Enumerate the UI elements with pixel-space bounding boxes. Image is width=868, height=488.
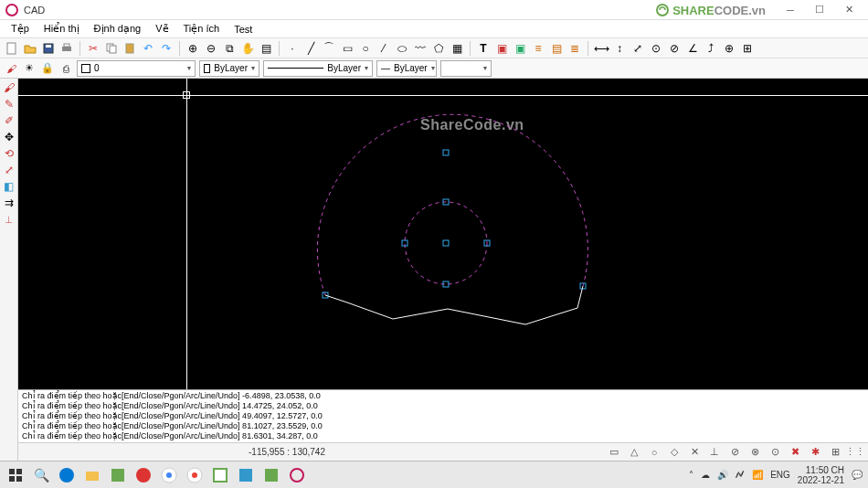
layer-combo[interactable]: 0▾ [77,60,196,77]
cad-taskbar-icon[interactable] [287,465,307,485]
minimize-button[interactable]: ─ [777,2,804,18]
brush-prop-icon[interactable]: 🖌 [4,61,18,76]
menu-view[interactable]: Hiển thị [37,21,87,37]
zoom-window-icon[interactable]: ⧉ [221,40,238,57]
text-icon[interactable]: T [475,40,492,57]
block-icon[interactable]: ▣ [512,40,528,57]
paste-icon[interactable] [122,40,138,57]
print-icon[interactable] [58,40,75,57]
hatch-icon[interactable]: ▦ [449,40,465,57]
layer-icon[interactable]: ▤ [258,40,274,57]
chrome2-icon[interactable] [185,465,205,485]
maximize-button[interactable]: ☐ [806,2,833,18]
scale-icon[interactable]: ⤢ [2,163,16,177]
line-icon[interactable]: ╱ [302,40,319,57]
table-icon[interactable]: ▤ [548,40,565,57]
dim9-icon[interactable]: ⊞ [739,40,756,57]
app2-icon[interactable] [133,465,153,485]
dim1-icon[interactable]: ⟷ [593,40,609,57]
start-button[interactable] [5,465,26,485]
tray-lang[interactable]: ENG [770,470,790,480]
snap-circle-icon[interactable]: ○ [647,445,662,460]
snap-off-icon[interactable]: ✖ [788,445,802,460]
menu-tools[interactable]: Tiện ích [176,21,228,37]
point-icon[interactable]: · [284,40,301,57]
search-icon[interactable]: 🔍 [31,465,51,485]
arc-icon[interactable]: ⌒ [321,40,337,57]
tray-battery-icon[interactable]: 🗲 [736,470,745,480]
menu-format[interactable]: Định dạng [87,21,149,37]
tray-notifications-icon[interactable]: 💬 [852,470,863,480]
snap-x-icon[interactable]: ✕ [687,445,702,460]
tray-clock[interactable]: 11:50 CH 2022-12-21 [798,465,844,485]
linetype-combo[interactable]: ByLayer▾ [263,60,373,77]
close-button[interactable]: ✕ [835,2,863,18]
align-icon[interactable]: ≡ [530,40,546,57]
dim3-icon[interactable]: ⤢ [630,40,646,57]
chrome-icon[interactable] [159,465,179,485]
app3-icon[interactable] [210,465,230,485]
dropper-icon[interactable]: ✐ [2,113,16,128]
app5-icon[interactable] [261,465,281,485]
open-icon[interactable] [22,40,38,57]
copy-icon[interactable] [103,40,120,57]
snap-node-icon[interactable]: ⊙ [767,445,782,460]
zoom-in-icon[interactable]: ⊕ [185,40,201,57]
lock-icon[interactable]: 🔒 [40,61,55,76]
circle-icon[interactable]: ○ [357,40,374,57]
mirror-icon[interactable]: ◧ [2,179,16,194]
ellipse-icon[interactable]: ⬭ [394,40,410,57]
pencil-icon[interactable]: ✎ [2,97,16,111]
brush-icon[interactable]: 🖌 [2,80,16,95]
dim4-icon[interactable]: ⊙ [648,40,664,57]
drawing-canvas[interactable]: ShareCode.vn [18,79,868,389]
move-icon[interactable]: ✥ [2,130,16,144]
app4-icon[interactable] [236,465,256,485]
rect-icon[interactable]: ▭ [339,40,355,57]
menu-test[interactable]: Test [227,22,259,37]
zoom-extents-icon[interactable]: ⊖ [203,40,219,57]
snap-perp-icon[interactable]: ⊥ [707,445,722,460]
snap-grid-icon[interactable]: ⊞ [828,445,842,460]
snap-rect-icon[interactable]: ▭ [607,445,621,460]
polygon-icon[interactable]: ⬠ [430,40,447,57]
tray-wifi-icon[interactable]: 📶 [752,470,763,480]
dim7-icon[interactable]: ⤴ [703,40,719,57]
redo-icon[interactable]: ↷ [158,40,175,57]
snap-int-icon[interactable]: ✱ [808,445,822,460]
edge-icon[interactable] [57,465,77,485]
undo-icon[interactable]: ↶ [140,40,156,57]
menu-file[interactable]: Tệp [4,21,37,37]
new-file-icon[interactable] [4,40,20,57]
command-panel[interactable]: Chỉ ra điểm tiếp theo hoặc[End/Close/Pgo… [18,389,868,442]
extra-combo[interactable]: ▾ [440,60,492,77]
dim5-icon[interactable]: ⊘ [666,40,683,57]
tray-volume-icon[interactable]: 🔊 [717,470,728,480]
lineweight-combo[interactable]: —ByLayer▾ [376,60,437,77]
color-combo[interactable]: ByLayer▾ [199,60,259,77]
measure-icon[interactable]: ≣ [566,40,583,57]
snap-near-icon[interactable]: ⊗ [747,445,762,460]
dim2-icon[interactable]: ↕ [611,40,628,57]
tray-cloud-icon[interactable]: ☁ [701,470,710,480]
cut-icon[interactable]: ✂ [85,40,101,57]
print2-icon[interactable]: ⎙ [58,61,73,76]
explorer-icon[interactable] [82,465,102,485]
pan-icon[interactable]: ✋ [239,40,256,57]
insert-icon[interactable]: ▣ [493,40,510,57]
spline-icon[interactable]: 〰 [412,40,429,57]
save-icon[interactable] [40,40,57,57]
measure2-icon[interactable]: ⟂ [2,212,16,227]
snap-dots-icon[interactable]: ⋮⋮ [848,445,863,460]
line2-icon[interactable]: ∕ [376,40,392,57]
dim8-icon[interactable]: ⊕ [721,40,737,57]
sun-icon[interactable]: ☀ [22,61,37,76]
offset-icon[interactable]: ⇉ [2,196,16,210]
snap-diamond-icon[interactable]: ◇ [667,445,682,460]
tray-chevron-icon[interactable]: ˄ [689,470,693,480]
snap-tri-icon[interactable]: △ [627,445,641,460]
snap-tan-icon[interactable]: ⊘ [727,445,742,460]
menu-draw[interactable]: Vẽ [148,21,175,37]
rotate-icon[interactable]: ⟲ [2,146,16,161]
app1-icon[interactable] [108,465,128,485]
